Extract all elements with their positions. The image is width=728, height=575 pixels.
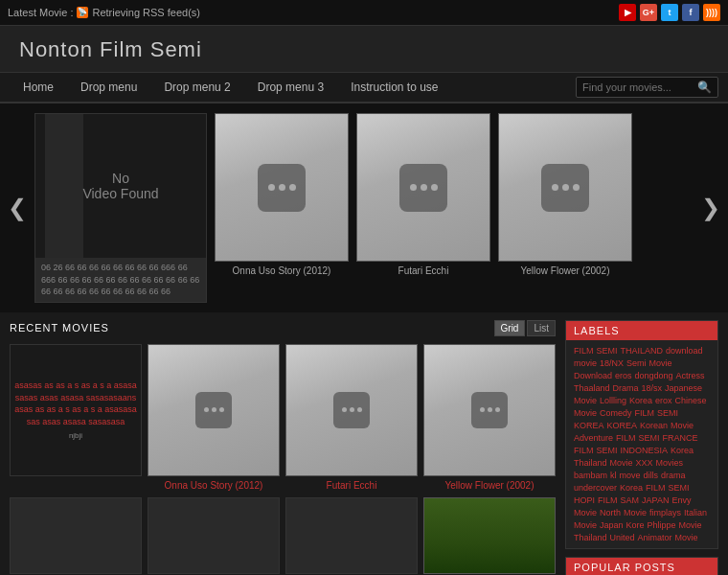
label-tag[interactable]: FILM — [574, 346, 594, 356]
label-tag[interactable]: Phlippe — [648, 520, 676, 530]
youtube-icon[interactable]: ▶ — [619, 4, 636, 21]
movie-title-1[interactable]: Onna Uso Story (2012) — [148, 479, 280, 492]
label-tag[interactable]: Movie — [624, 508, 647, 518]
label-tag[interactable]: Chinese — [675, 396, 707, 405]
movie-title-2[interactable]: Futari Ecchi — [285, 479, 418, 492]
label-tag[interactable]: Korea — [671, 446, 694, 455]
slider-next-arrow[interactable]: ❯ — [694, 195, 728, 221]
search-box[interactable]: 🔍 — [576, 77, 718, 98]
label-tag[interactable]: Italian — [684, 508, 707, 518]
slider-thumb-2[interactable]: Futari Ecchi — [356, 113, 490, 276]
label-tag[interactable]: North — [600, 508, 621, 518]
list-view-button[interactable]: List — [527, 320, 556, 336]
label-tag[interactable]: dills — [644, 471, 659, 480]
search-icon[interactable]: 🔍 — [697, 80, 712, 94]
movie-card-2[interactable]: Futari Ecchi — [285, 344, 418, 492]
movie-thumb-3[interactable] — [423, 344, 556, 476]
label-tag[interactable]: SEMI — [597, 346, 618, 356]
slider-thumb-img-2[interactable] — [356, 113, 490, 262]
label-tag[interactable]: United — [610, 533, 635, 542]
movie-thumb-text[interactable]: asasas as as a s as a s a asasasasas asa… — [10, 344, 142, 476]
movie-card-1[interactable]: Onna Uso Story (2012) — [148, 344, 280, 492]
label-tag[interactable]: Adventure — [574, 433, 613, 443]
label-tag[interactable]: Animator — [638, 533, 672, 542]
label-tag[interactable]: undercover — [574, 483, 617, 493]
label-tag[interactable]: download — [666, 346, 703, 356]
label-tag[interactable]: Japan — [600, 520, 624, 530]
label-tag[interactable]: SEMI — [657, 408, 678, 418]
grid-view-button[interactable]: Grid — [494, 320, 526, 336]
label-tag[interactable]: dongdong — [635, 371, 673, 380]
movie-card-5[interactable]: Queen of Underworld (1991) — [148, 497, 280, 575]
label-tag[interactable]: Thailand — [574, 533, 607, 542]
slider-prev-arrow[interactable]: ❮ — [0, 195, 34, 221]
movie-card-3[interactable]: Yellow Flower (2002) — [423, 344, 556, 492]
slider-thumb-img-1[interactable] — [215, 113, 349, 262]
label-tag[interactable]: HOPI — [574, 495, 595, 505]
label-tag[interactable]: Thaaland — [574, 383, 610, 393]
label-tag[interactable]: Envy — [671, 495, 691, 505]
label-tag[interactable]: JAPAN — [642, 495, 669, 505]
movie-thumb-5[interactable] — [148, 497, 280, 574]
slider-thumb-1[interactable]: Onna Uso Story (2012) — [215, 113, 349, 276]
twitter-icon[interactable]: t — [661, 4, 678, 21]
label-tag[interactable]: eros — [615, 371, 632, 380]
label-tag[interactable]: Movie — [675, 533, 698, 542]
label-tag[interactable]: FILM — [635, 408, 655, 418]
label-tag[interactable]: Movie — [574, 520, 597, 530]
label-tag[interactable]: INDONESIA — [621, 446, 669, 455]
label-tag[interactable]: Movie — [574, 408, 597, 418]
label-tag[interactable]: Thailand — [574, 458, 607, 468]
label-tag[interactable]: FILM — [574, 446, 594, 455]
label-tag[interactable]: Movie — [679, 520, 702, 530]
slider-thumb-3[interactable]: Yellow Flower (2002) — [498, 113, 632, 276]
label-tag[interactable]: FILM — [646, 483, 666, 493]
label-tag[interactable]: 18/NX — [600, 358, 624, 368]
label-tag[interactable]: Movie — [574, 396, 597, 405]
label-tag[interactable]: SEMI — [597, 446, 618, 455]
nav-drop2[interactable]: Drop menu 2 — [150, 73, 243, 102]
nav-drop1[interactable]: Drop menu — [67, 73, 150, 102]
label-tag[interactable]: Movie — [671, 421, 694, 430]
facebook-icon[interactable]: f — [682, 4, 699, 21]
movie-card-0[interactable]: asasas as as a s as a s a asasasasas asa… — [10, 344, 142, 492]
label-tag[interactable]: SAM — [621, 495, 640, 505]
label-tag[interactable]: drama — [661, 471, 686, 480]
google-plus-icon[interactable]: G+ — [640, 4, 657, 21]
label-tag[interactable]: XXX — [636, 458, 653, 468]
label-tag[interactable]: Korea — [620, 483, 643, 493]
label-tag[interactable]: FILM — [598, 495, 618, 505]
movie-thumb-4[interactable] — [10, 497, 142, 574]
label-tag[interactable]: Comedy — [600, 408, 632, 418]
movie-thumb-6[interactable] — [285, 497, 418, 574]
label-tag[interactable]: Download — [574, 371, 612, 380]
label-tag[interactable]: movie — [574, 358, 597, 368]
label-tag[interactable]: Movie — [649, 358, 672, 368]
label-tag[interactable]: Movie — [574, 508, 597, 518]
label-tag[interactable]: erox — [655, 396, 672, 405]
nav-drop3[interactable]: Drop menu 3 — [244, 73, 337, 102]
label-tag[interactable]: move — [620, 471, 641, 480]
nav-instruction[interactable]: Instruction to use — [337, 73, 451, 102]
movie-thumb-7[interactable] — [423, 497, 556, 574]
label-tag[interactable]: THAILAND — [621, 346, 664, 356]
label-tag[interactable]: KOREA — [607, 421, 638, 430]
label-tag[interactable]: Lollling — [600, 396, 626, 405]
label-tag[interactable]: Kore — [626, 520, 645, 530]
movie-card-6[interactable]: Female Teachers Diary — [285, 497, 418, 575]
movie-thumb-1[interactable] — [148, 344, 280, 476]
label-tag[interactable]: fimplays — [649, 508, 681, 518]
label-tag[interactable]: KOREA — [574, 421, 604, 430]
nav-home[interactable]: Home — [10, 73, 67, 102]
label-tag[interactable]: Korea — [629, 396, 652, 405]
movie-thumb-2[interactable] — [285, 344, 418, 476]
movie-card-7[interactable]: Autoerotic 2011 — [423, 497, 556, 575]
label-tag[interactable]: Movies — [656, 458, 684, 468]
label-tag[interactable]: Movie — [610, 458, 633, 468]
movie-card-4[interactable]: The Sexy Nurse (2013) — [10, 497, 142, 575]
label-tag[interactable]: Semi — [626, 358, 647, 368]
label-tag[interactable]: 18/sx — [642, 383, 663, 393]
label-tag[interactable]: bambam — [574, 471, 607, 480]
rss-icon[interactable]: )))) — [703, 4, 720, 21]
label-tag[interactable]: Actress — [676, 371, 705, 380]
